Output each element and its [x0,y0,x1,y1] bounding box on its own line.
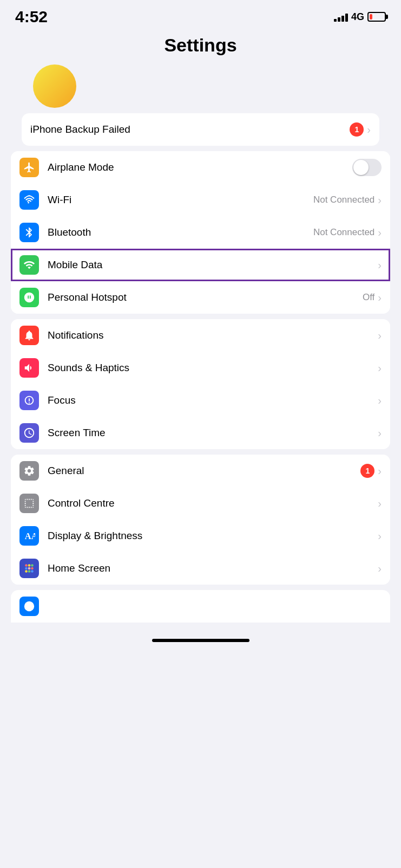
home-screen-row[interactable]: Home Screen › [11,552,390,585]
notifications-section: Notifications › Sounds & Haptics › Focus… [11,319,390,449]
avatar[interactable] [33,64,76,108]
home-screen-svg [23,562,35,574]
control-centre-right: › [378,497,382,510]
svg-point-10 [24,601,34,611]
bluetooth-row[interactable]: Bluetooth Not Connected › [11,216,390,249]
svg-point-4 [25,567,28,570]
sounds-svg [23,362,35,374]
svg-point-7 [25,570,28,573]
notifications-svg [23,329,35,341]
bluetooth-label: Bluetooth [48,226,313,238]
general-badge: 1 [360,464,374,478]
general-right: 1 › [360,464,382,478]
sounds-chevron: › [378,362,382,374]
general-svg [23,465,35,477]
bluetooth-svg [23,226,35,238]
sounds-right: › [378,362,382,374]
general-row[interactable]: General 1 › [11,455,390,487]
wifi-row[interactable]: Wi-Fi Not Connected › [11,184,390,216]
airplane-mode-icon [19,158,39,177]
home-screen-icon [19,559,39,578]
airplane-mode-row[interactable]: Airplane Mode [11,151,390,184]
wifi-icon [19,190,39,210]
focus-icon [19,391,39,410]
airplane-mode-toggle[interactable] [352,159,382,176]
personal-hotspot-icon [19,288,39,307]
display-brightness-label: Display & Brightness [48,530,378,542]
notifications-label: Notifications [48,329,378,341]
wifi-label: Wi-Fi [48,194,313,206]
network-type: 4G [351,11,364,23]
mobile-data-label: Mobile Data [48,259,378,271]
bluetooth-icon [19,223,39,242]
notifications-right: › [378,329,382,342]
display-right: › [378,530,382,542]
home-screen-chevron: › [378,562,382,575]
screen-time-icon [19,423,39,443]
svg-point-8 [28,570,31,573]
home-screen-label: Home Screen [48,562,378,574]
notifications-row[interactable]: Notifications › [11,319,390,352]
page-header: Settings [0,29,401,64]
partial-svg [23,600,35,612]
control-centre-row[interactable]: Control Centre › [11,487,390,520]
hotspot-right: Off › [363,292,382,304]
general-label: General [48,465,360,477]
mobile-data-row[interactable]: Mobile Data › [11,249,390,281]
more-section [11,590,390,623]
control-centre-icon [19,494,39,513]
hotspot-svg [23,292,35,303]
display-brightness-icon: AA [19,526,39,546]
personal-hotspot-row[interactable]: Personal Hotspot Off › [11,281,390,314]
backup-label: iPhone Backup Failed [30,124,350,135]
partial-icon [19,597,39,616]
control-centre-chevron: › [378,497,382,510]
partial-row[interactable] [11,590,390,623]
general-icon [19,461,39,481]
focus-row[interactable]: Focus › [11,384,390,417]
notifications-chevron: › [378,329,382,342]
svg-point-9 [31,570,34,573]
mobile-data-icon [19,255,39,275]
mobile-data-svg [23,259,35,271]
general-chevron: › [378,465,382,477]
notifications-icon [19,326,39,345]
display-brightness-row[interactable]: AA Display & Brightness › [11,520,390,552]
control-centre-svg [23,497,35,509]
sounds-haptics-label: Sounds & Haptics [48,362,378,374]
screen-time-svg [23,427,35,439]
screen-time-row[interactable]: Screen Time › [11,417,390,449]
wifi-right: Not Connected › [313,194,382,206]
home-indicator-area [0,639,401,642]
focus-right: › [378,394,382,407]
svg-point-6 [31,567,34,570]
avatar-area [0,64,401,108]
status-bar: 4:52 4G [0,0,401,29]
sounds-haptics-row[interactable]: Sounds & Haptics › [11,352,390,384]
wifi-svg [23,194,35,206]
backup-badge: 1 [350,122,364,137]
svg-point-1 [25,564,28,567]
svg-text:AA: AA [25,531,35,541]
battery-icon [367,12,386,22]
airplane-mode-label: Airplane Mode [48,161,352,173]
mobile-data-right: › [378,259,382,271]
hotspot-status: Off [363,292,374,303]
wifi-status: Not Connected [313,195,374,205]
hotspot-chevron: › [378,292,382,304]
bluetooth-chevron: › [378,226,382,239]
svg-point-2 [28,564,31,567]
home-screen-right: › [378,562,382,575]
backup-row[interactable]: iPhone Backup Failed 1 › [22,113,379,146]
signal-icon [334,12,348,22]
sounds-icon [19,358,39,378]
status-icons: 4G [334,11,386,23]
page-title: Settings [0,35,401,56]
focus-chevron: › [378,394,382,407]
connectivity-section: Airplane Mode Wi-Fi Not Connected › Blue… [11,151,390,314]
screen-time-label: Screen Time [48,427,378,439]
svg-point-3 [31,564,34,567]
focus-svg [23,394,35,406]
airplane-svg [23,161,35,173]
mobile-data-chevron: › [378,259,382,271]
